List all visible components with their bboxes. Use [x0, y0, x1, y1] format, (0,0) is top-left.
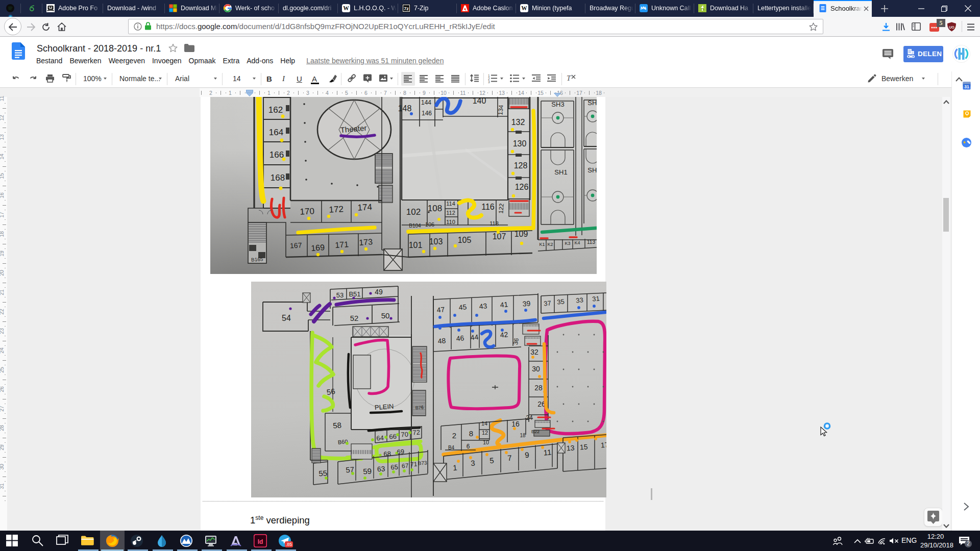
svg-text:130: 130: [513, 139, 527, 148]
svg-text:132: 132: [511, 118, 525, 127]
svg-text:59: 59: [363, 466, 372, 475]
svg-text:107: 107: [493, 232, 506, 241]
svg-text:108: 108: [428, 204, 442, 213]
svg-text:50: 50: [381, 311, 390, 320]
svg-text:14: 14: [481, 420, 487, 427]
svg-text:36: 36: [512, 337, 520, 345]
svg-text:52: 52: [350, 314, 359, 322]
svg-text:166: 166: [270, 150, 284, 160]
svg-text:31: 31: [592, 294, 600, 303]
svg-text:W: W: [521, 5, 527, 11]
svg-text:K3: K3: [565, 241, 570, 246]
svg-text:110: 110: [446, 219, 455, 225]
svg-text:30: 30: [532, 365, 540, 373]
svg-text:56: 56: [326, 387, 336, 396]
svg-text:B51: B51: [349, 290, 360, 298]
svg-text:6: 6: [467, 443, 470, 450]
svg-text:146: 146: [422, 110, 432, 117]
svg-text:47: 47: [436, 305, 445, 314]
svg-text:170: 170: [300, 206, 314, 216]
svg-text:49: 49: [375, 288, 383, 296]
svg-text:70: 70: [401, 431, 408, 439]
svg-text:15: 15: [579, 442, 588, 451]
svg-text:103: 103: [429, 237, 443, 246]
svg-text:126: 126: [515, 183, 529, 191]
svg-text:168: 168: [271, 173, 285, 183]
svg-text:71: 71: [410, 461, 418, 468]
svg-text:35: 35: [557, 297, 565, 306]
svg-text:5: 5: [489, 456, 495, 465]
svg-text:102: 102: [406, 207, 421, 217]
svg-text:144: 144: [421, 99, 431, 106]
svg-text:SH1: SH1: [554, 168, 567, 176]
svg-text:113: 113: [587, 239, 595, 245]
svg-text:13: 13: [566, 443, 575, 452]
svg-text:3: 3: [471, 459, 476, 468]
svg-text:SH4: SH4: [587, 99, 597, 107]
svg-text:140: 140: [473, 97, 486, 105]
svg-text:116: 116: [481, 203, 495, 211]
svg-text:K1: K1: [539, 242, 545, 247]
svg-text:UO: UO: [949, 26, 954, 29]
svg-text:114: 114: [446, 201, 455, 207]
svg-text:64: 64: [376, 434, 384, 442]
svg-text:B22: B22: [531, 429, 540, 434]
svg-text:3: 3: [488, 80, 490, 83]
svg-text:PLEIN: PLEIN: [374, 403, 394, 412]
svg-text:101: 101: [409, 241, 423, 249]
svg-text:K2: K2: [547, 242, 553, 247]
svg-text:10: 10: [483, 439, 489, 445]
svg-text:B4: B4: [448, 445, 455, 450]
svg-text:67: 67: [402, 462, 409, 470]
svg-text:112: 112: [446, 210, 455, 216]
svg-text:17: 17: [600, 440, 606, 449]
svg-text:7z: 7z: [404, 6, 409, 11]
svg-text:7: 7: [507, 454, 512, 463]
svg-text:9: 9: [525, 450, 530, 460]
svg-text:106: 106: [425, 221, 434, 228]
svg-text:162: 162: [268, 105, 283, 115]
svg-text:2: 2: [452, 431, 456, 440]
svg-text:46: 46: [456, 334, 464, 343]
svg-text:18: 18: [520, 433, 526, 438]
svg-text:1: 1: [453, 463, 458, 472]
svg-text:41: 41: [500, 300, 508, 309]
svg-text:171: 171: [335, 240, 349, 249]
svg-text:148: 148: [398, 104, 412, 113]
svg-text:48: 48: [437, 336, 446, 345]
svg-text:42: 42: [500, 330, 508, 339]
svg-text:W: W: [343, 5, 349, 11]
svg-text:K4: K4: [574, 240, 580, 245]
svg-text:45: 45: [458, 303, 467, 312]
svg-text:105: 105: [458, 236, 472, 244]
svg-text:109: 109: [514, 230, 528, 238]
svg-text:174: 174: [357, 202, 372, 212]
svg-text:B104: B104: [409, 223, 421, 229]
svg-text:SH2: SH2: [587, 166, 597, 174]
svg-text:122: 122: [497, 203, 505, 214]
svg-text:T: T: [567, 74, 572, 82]
svg-text:134: 134: [497, 105, 505, 115]
svg-text:69: 69: [397, 448, 404, 456]
svg-text:32: 32: [530, 348, 538, 356]
svg-text:37: 37: [544, 299, 552, 307]
svg-text:65: 65: [390, 463, 398, 471]
svg-text:63: 63: [377, 464, 385, 473]
svg-text:39: 39: [522, 299, 531, 308]
svg-text:54: 54: [282, 314, 291, 322]
svg-text:164: 164: [269, 128, 283, 137]
svg-text:169: 169: [311, 243, 325, 253]
svg-text:24: 24: [526, 414, 533, 421]
svg-text:16: 16: [511, 420, 520, 428]
svg-text:66: 66: [389, 433, 397, 441]
svg-text:68: 68: [383, 450, 391, 458]
svg-text:B165: B165: [251, 256, 264, 263]
svg-text:55: 55: [318, 468, 328, 478]
svg-text:SH3: SH3: [551, 101, 564, 108]
svg-text:28: 28: [534, 384, 543, 392]
svg-text:12: 12: [482, 430, 488, 436]
svg-text:31: 31: [964, 84, 969, 89]
svg-text:118: 118: [489, 220, 499, 227]
svg-text:B76: B76: [415, 405, 424, 410]
svg-text:44: 44: [470, 333, 479, 342]
